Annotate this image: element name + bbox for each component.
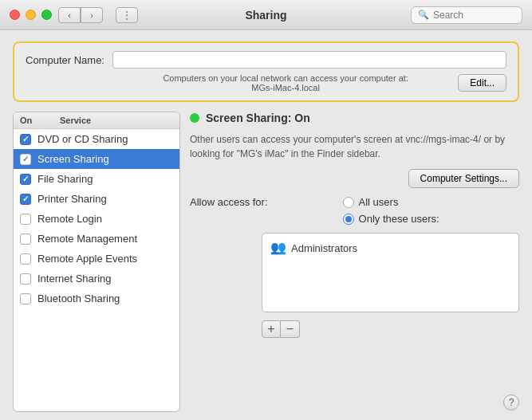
user-item: 👥 Administrators [266,237,515,259]
search-box[interactable]: 🔍 [411,6,522,24]
radio-button[interactable] [343,214,354,225]
edit-button[interactable]: Edit... [458,74,506,92]
service-name: Remote Management [37,233,137,245]
users-list-box: 👥 Administrators [262,233,519,312]
service-checkbox[interactable] [20,253,31,265]
service-name: Bluetooth Sharing [37,292,120,304]
service-name: File Sharing [37,173,93,185]
service-checkbox[interactable] [20,273,31,285]
computer-name-label: Computer Name: [26,54,104,66]
service-checkbox[interactable] [20,134,31,145]
status-title: Screen Sharing: On [206,112,310,124]
service-item[interactable]: Screen Sharing [14,149,179,169]
services-header: On Service [14,112,179,129]
service-name: Printer Sharing [37,193,107,205]
service-item[interactable]: Remote Login [14,209,179,229]
radio-button[interactable] [343,197,354,208]
service-item[interactable]: Remote Apple Events [14,249,179,269]
service-name: Remote Login [37,213,102,225]
grid-button[interactable]: ⋮ [116,7,138,23]
service-checkbox[interactable] [20,154,31,165]
forward-button[interactable]: › [81,7,103,23]
radio-row[interactable]: All users [343,196,439,208]
main-content: Computer Name: Computers on your local n… [0,30,532,420]
traffic-lights [10,10,52,20]
service-checkbox[interactable] [20,293,31,304]
access-section: Allow access for: All users Only these u… [190,196,519,225]
remove-user-button[interactable]: − [281,320,300,338]
user-icon: 👥 [270,240,286,256]
service-checkbox[interactable] [20,234,31,245]
title-bar: ‹ › ⋮ Sharing 🔍 [0,0,532,30]
service-item[interactable]: DVD or CD Sharing [14,129,179,149]
search-input[interactable] [433,10,515,21]
computer-name-info: Computers on your local network can acce… [113,73,458,92]
service-checkbox[interactable] [20,174,31,185]
service-item[interactable]: Remote Management [14,229,179,249]
access-label: Allow access for: [190,196,268,208]
user-name: Administrators [291,242,357,254]
service-name: Screen Sharing [37,153,109,165]
computer-settings-button[interactable]: Computer Settings... [408,169,519,188]
list-controls: + − [262,320,519,338]
maximize-button[interactable] [41,10,52,20]
add-user-button[interactable]: + [262,320,281,338]
minimize-button[interactable] [26,10,36,20]
status-dot [190,113,199,123]
help-button[interactable]: ? [503,394,519,410]
close-button[interactable] [10,10,20,20]
service-item[interactable]: Internet Sharing [14,269,179,289]
services-list: DVD or CD Sharing Screen Sharing File Sh… [14,129,179,411]
radio-label: All users [359,196,399,208]
column-service-header: Service [60,116,91,125]
service-name: Remote Apple Events [37,253,137,265]
service-name: Internet Sharing [37,273,112,285]
services-panel: On Service DVD or CD Sharing Screen Shar… [13,112,180,412]
bottom-section: On Service DVD or CD Sharing Screen Shar… [13,112,519,412]
status-description: Other users can access your computer's s… [190,132,519,161]
column-on-header: On [20,116,44,125]
service-item[interactable]: Bluetooth Sharing [14,289,179,308]
service-checkbox[interactable] [20,214,31,225]
service-checkbox[interactable] [20,194,31,205]
radio-row[interactable]: Only these users: [343,213,439,225]
right-panel: Screen Sharing: On Other users can acces… [190,112,519,412]
back-button[interactable]: ‹ [58,7,81,23]
status-row: Screen Sharing: On [190,112,519,124]
service-item[interactable]: File Sharing [14,169,179,189]
radio-label: Only these users: [359,213,439,225]
computer-name-box: Computer Name: Computers on your local n… [13,41,519,102]
access-options: All users Only these users: [343,196,439,225]
search-icon: 🔍 [418,10,429,20]
window-title: Sharing [245,9,286,22]
computer-name-input[interactable] [112,51,506,69]
service-item[interactable]: Printer Sharing [14,189,179,209]
service-name: DVD or CD Sharing [37,133,128,145]
